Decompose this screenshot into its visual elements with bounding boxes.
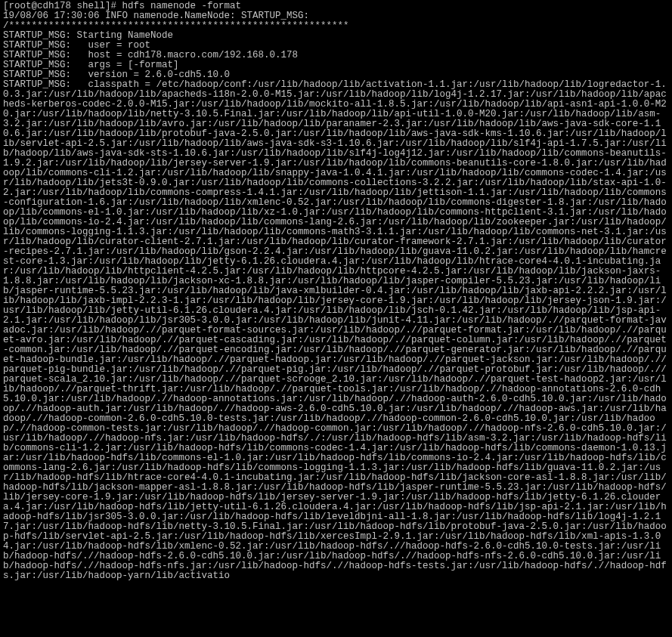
log-line: STARTUP_MSG: host = cdh178.macro.com/192… (3, 50, 298, 60)
log-line: STARTUP_MSG: Starting NameNode (3, 30, 173, 41)
log-line: /***************************************… (3, 20, 349, 31)
log-line: STARTUP_MSG: user = root (3, 40, 150, 51)
classpath-text: STARTUP_MSG: classpath = /etc/hadoop/con… (3, 79, 667, 581)
terminal-output: [root@cdh178 shell]# hdfs namenode -form… (0, 0, 672, 583)
log-line: STARTUP_MSG: args = [-format] (3, 60, 179, 70)
prompt-line: [root@cdh178 shell]# hdfs namenode -form… (3, 1, 241, 11)
log-line: 19/08/06 17:30:06 INFO namenode.NameNode… (3, 11, 309, 21)
log-line: STARTUP_MSG: version = 2.6.0-cdh5.10.0 (3, 70, 230, 80)
